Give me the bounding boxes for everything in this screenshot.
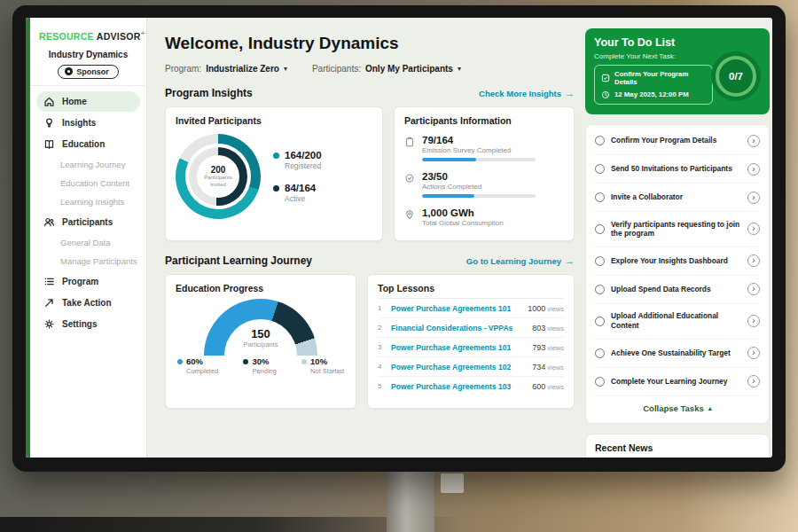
sponsor-badge: Sponsor bbox=[58, 65, 119, 79]
task-upload-educational-content[interactable]: Upload Additional Educational Content › bbox=[595, 304, 760, 340]
org-name: Industry Dynamics bbox=[30, 50, 146, 59]
sidebar-item-label: Home bbox=[62, 97, 87, 106]
task-upload-spend-data[interactable]: Upload Spend Data Records › bbox=[595, 276, 760, 304]
stat-label: Actions Completed bbox=[422, 183, 536, 191]
sidebar-item-learning-insights[interactable]: Learning Insights bbox=[30, 192, 146, 211]
todo-card: Your To Do List Complete Your Next Task:… bbox=[585, 28, 770, 114]
task-checkbox[interactable] bbox=[595, 224, 605, 234]
chevron-right-icon[interactable]: › bbox=[747, 375, 760, 387]
task-checkbox[interactable] bbox=[595, 377, 605, 387]
photo-background: RESOURCE ADVISOR+ Industry Dynamics Spon… bbox=[0, 0, 798, 532]
book-icon bbox=[43, 138, 55, 150]
sidebar-item-label: Participants bbox=[62, 217, 113, 227]
sidebar-item-education[interactable]: Education bbox=[36, 134, 140, 154]
legend-item-registered: 164/200 Registered bbox=[273, 150, 322, 170]
sidebar-item-learning-journey[interactable]: Learning Journey bbox=[30, 155, 146, 174]
sidebar-item-education-content[interactable]: Education Content bbox=[30, 174, 146, 192]
stat-value: 1,000 GWh bbox=[422, 207, 504, 218]
task-checkbox[interactable] bbox=[595, 317, 605, 326]
recent-news-title: Recent News bbox=[595, 442, 760, 453]
task-checkbox[interactable] bbox=[595, 136, 605, 145]
chevron-right-icon[interactable]: › bbox=[747, 192, 760, 204]
todo-progress-value: 0/7 bbox=[729, 71, 743, 82]
sidebar-item-take-action[interactable]: Take Action bbox=[36, 293, 140, 313]
participants-dropdown[interactable]: Participants: Only My Participants ▾ bbox=[312, 64, 461, 74]
task-checkbox[interactable] bbox=[595, 256, 605, 266]
sidebar-item-program[interactable]: Program bbox=[36, 271, 140, 292]
monitor-stand bbox=[387, 468, 434, 532]
program-dropdown-label: Program: bbox=[165, 64, 201, 74]
task-checkbox[interactable] bbox=[595, 192, 605, 202]
education-progress-card: Education Progress 150 Participants bbox=[165, 274, 356, 409]
gauge-center: 150 Participants bbox=[176, 327, 346, 348]
card-title: Top Lessons bbox=[378, 283, 564, 299]
monitor-screen: RESOURCE ADVISOR+ Industry Dynamics Spon… bbox=[26, 18, 772, 458]
sidebar-item-participants[interactable]: Participants bbox=[36, 212, 140, 232]
lesson-rank: 4 bbox=[378, 363, 386, 371]
legend-value: 30% bbox=[252, 356, 269, 366]
sidebar-item-general-data[interactable]: General Data bbox=[30, 233, 146, 252]
progress-bar bbox=[422, 194, 536, 198]
task-invite-collaborator[interactable]: Invite a Collaborator › bbox=[595, 184, 760, 212]
lesson-link[interactable]: Power Purchase Agreements 103 bbox=[391, 382, 527, 391]
sidebar-item-label: Program bbox=[62, 277, 98, 286]
task-explore-insights[interactable]: Explore Your Insights Dashboard › bbox=[595, 247, 760, 276]
sidebar-item-label: Education bbox=[62, 139, 105, 149]
lesson-views: 1000views bbox=[528, 304, 564, 313]
lesson-link[interactable]: Power Purchase Agreements 101 bbox=[391, 343, 527, 352]
task-checkbox[interactable] bbox=[595, 348, 605, 358]
task-complete-learning-journey[interactable]: Complete Your Learning Journey › bbox=[595, 368, 760, 396]
top-lessons-card: Top Lessons 1 Power Purchase Agreements … bbox=[367, 274, 575, 409]
legend-item-pending: 30% Pending bbox=[243, 356, 277, 375]
task-achieve-sustainability-target[interactable]: Achieve One Sustainability Target › bbox=[595, 340, 760, 368]
go-to-learning-journey-link[interactable]: Go to Learning Journey → bbox=[466, 255, 575, 266]
chevron-down-icon: ▾ bbox=[284, 65, 287, 73]
sidebar-item-insights[interactable]: Insights bbox=[36, 113, 140, 133]
collapse-tasks-button[interactable]: Collapse Tasks ▴ bbox=[595, 396, 760, 421]
stat-value: 79/164 bbox=[422, 135, 536, 145]
logo-plus: + bbox=[141, 29, 145, 37]
invited-donut-outer: 200 Participants Invited bbox=[176, 134, 261, 219]
link-label: Check More Insights bbox=[479, 89, 561, 98]
tasks-card: Confirm Your Program Details › Send 50 I… bbox=[585, 124, 770, 424]
chevron-right-icon[interactable]: › bbox=[747, 254, 760, 267]
chevron-right-icon[interactable]: › bbox=[747, 347, 760, 359]
lesson-link[interactable]: Power Purchase Agreements 101 bbox=[391, 304, 522, 313]
section-title: Program Insights bbox=[165, 87, 253, 99]
lesson-rank: 3 bbox=[378, 343, 386, 351]
chevron-right-icon[interactable]: › bbox=[747, 135, 760, 147]
card-title: Participants Information bbox=[404, 115, 564, 126]
lesson-rank: 1 bbox=[378, 304, 386, 312]
program-dropdown[interactable]: Program: Industrialize Zero ▾ bbox=[165, 64, 287, 74]
location-pin-icon bbox=[404, 209, 415, 220]
chevron-right-icon[interactable]: › bbox=[747, 163, 760, 176]
legend-item-not-started: 10% Not Started bbox=[301, 356, 344, 375]
todo-title: Your To Do List bbox=[594, 36, 761, 49]
chevron-right-icon[interactable]: › bbox=[747, 283, 760, 295]
gauge-legend: 60% Completed 30% Pending 10% Not Starte… bbox=[176, 356, 346, 375]
task-send-invitations[interactable]: Send 50 Invitations to Participants › bbox=[595, 155, 760, 184]
program-insights-header: Program Insights Check More Insights → bbox=[165, 87, 575, 99]
check-more-insights-link[interactable]: Check More Insights → bbox=[479, 88, 575, 98]
participants-dropdown-value: Only My Participants bbox=[365, 64, 453, 74]
sidebar-item-settings[interactable]: Settings bbox=[36, 314, 140, 334]
invited-donut-inner: 200 Participants Invited bbox=[189, 147, 247, 206]
task-checkbox[interactable] bbox=[595, 164, 605, 174]
chevron-right-icon[interactable]: › bbox=[747, 223, 760, 235]
participants-information-card: Participants Information 79/164 Emission… bbox=[394, 106, 575, 241]
chevron-right-icon[interactable]: › bbox=[747, 315, 760, 327]
sidebar-item-manage-participants[interactable]: Manage Participants bbox=[30, 252, 146, 270]
lesson-views: 600views bbox=[532, 382, 564, 391]
legend-label: Completed bbox=[186, 367, 218, 375]
insights-cards-row: Invited Participants 200 Participants In… bbox=[165, 106, 575, 241]
task-confirm-program-details[interactable]: Confirm Your Program Details › bbox=[595, 127, 760, 155]
lesson-link[interactable]: Financial Considerations - VPPAs bbox=[391, 324, 527, 332]
legend-label: Not Started bbox=[310, 367, 344, 375]
task-verify-participants[interactable]: Verify participants requesting to join t… bbox=[595, 212, 760, 247]
clipboard-icon bbox=[404, 137, 415, 147]
stat-label: Total Global Consumption bbox=[422, 219, 504, 227]
task-checkbox[interactable] bbox=[595, 285, 605, 294]
next-task-box[interactable]: Confirm Your Program Details 12 May 2025… bbox=[594, 65, 713, 105]
sidebar-item-home[interactable]: Home bbox=[36, 91, 140, 112]
lesson-link[interactable]: Power Purchase Agreements 102 bbox=[391, 363, 527, 372]
